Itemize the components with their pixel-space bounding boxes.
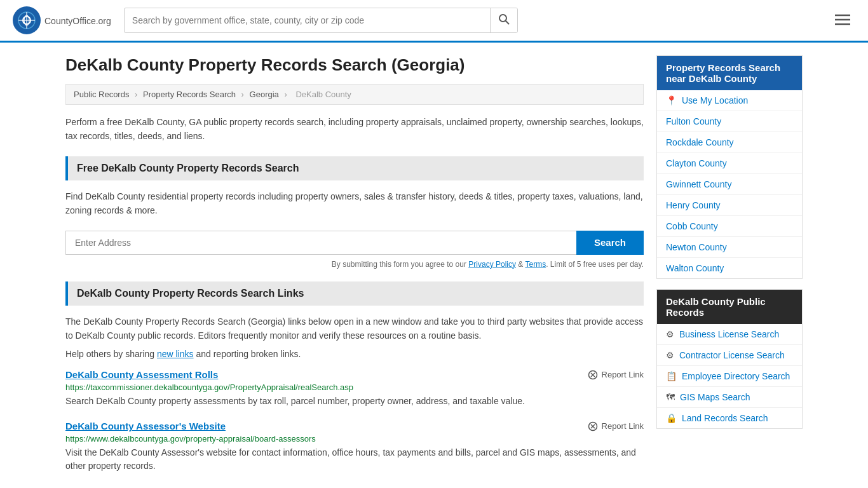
record-url-1[interactable]: https://www.dekalbcountyga.gov/property-… (65, 434, 644, 444)
sidebar-employee-directory[interactable]: 📋 Employee Directory Search (657, 366, 802, 387)
links-section: DeKalb County Property Records Search Li… (65, 281, 644, 473)
links-desc: The DeKalb County Property Records Searc… (65, 315, 644, 343)
sidebar-county-cobb[interactable]: Cobb County (657, 216, 802, 237)
address-search-row: Search (65, 231, 644, 255)
public-records-section: DeKalb County Public Records ⚙ Business … (656, 289, 803, 429)
logo-icon (13, 6, 41, 34)
sidebar-county-rockdale[interactable]: Rockdale County (657, 132, 802, 153)
page-description: Perform a free DeKalb County, GA public … (65, 115, 644, 144)
site-header: CountyOffice.org (0, 0, 868, 43)
header-search-button[interactable] (490, 8, 517, 32)
breadcrumb-public-records[interactable]: Public Records (74, 90, 129, 99)
map-icon: 🗺 (666, 392, 675, 402)
report-link-0[interactable]: Report Link (588, 370, 644, 380)
sidebar-county-henry[interactable]: Henry County (657, 195, 802, 216)
breadcrumb: Public Records › Property Records Search… (65, 84, 644, 105)
sidebar-county-fulton[interactable]: Fulton County (657, 111, 802, 132)
sidebar-county-walton[interactable]: Walton County (657, 258, 802, 278)
record-title-0[interactable]: DeKalb County Assessment Rolls (65, 369, 218, 380)
report-link-1[interactable]: Report Link (588, 421, 644, 431)
public-records-heading: DeKalb County Public Records (657, 290, 802, 324)
header-search-input[interactable] (125, 10, 490, 30)
main-content: DeKalb County Property Records Search (G… (65, 55, 644, 485)
new-links-link[interactable]: new links (157, 349, 194, 359)
logo-text: CountyOffice.org (44, 14, 111, 27)
free-search-heading: Free DeKalb County Property Records Sear… (65, 156, 644, 180)
record-title-1[interactable]: DeKalb County Assessor's Website (65, 421, 226, 431)
free-search-section: Free DeKalb County Property Records Sear… (65, 156, 644, 269)
site-logo[interactable]: CountyOffice.org (13, 6, 111, 34)
help-text: Help others by sharing new links and rep… (65, 349, 644, 359)
sidebar-contractor-license[interactable]: ⚙ Contractor License Search (657, 345, 802, 366)
links-heading: DeKalb County Property Records Search Li… (65, 281, 644, 306)
record-url-0[interactable]: https://taxcommissioner.dekalbcountyga.g… (65, 383, 644, 392)
sidebar-business-license[interactable]: ⚙ Business License Search (657, 324, 802, 345)
location-pin-icon: 📍 (666, 95, 677, 105)
main-container: DeKalb County Property Records Search (G… (53, 43, 815, 488)
page-title: DeKalb County Property Records Search (G… (65, 55, 644, 75)
terms-link[interactable]: Terms (525, 260, 546, 269)
breadcrumb-property-records[interactable]: Property Records Search (143, 90, 236, 99)
nearby-heading: Property Records Search near DeKalb Coun… (657, 56, 802, 90)
sidebar-land-records[interactable]: 🔒 Land Records Search (657, 408, 802, 428)
land-icon: 🔒 (666, 413, 677, 423)
gear-icon: ⚙ (666, 329, 674, 339)
record-desc-0: Search DeKalb County property assessment… (65, 395, 644, 408)
record-desc-1: Visit the DeKalb County Assessor's websi… (65, 446, 644, 473)
record-item: DeKalb County Assessment Rolls Report Li… (65, 369, 644, 408)
gear-icon-2: ⚙ (666, 350, 674, 360)
hamburger-menu-button[interactable] (830, 9, 855, 32)
sidebar-county-newton[interactable]: Newton County (657, 237, 802, 258)
search-button[interactable]: Search (576, 231, 644, 255)
form-note: By submitting this form you agree to our… (65, 260, 644, 269)
sidebar: Property Records Search near DeKalb Coun… (656, 55, 803, 485)
record-item: DeKalb County Assessor's Website Report … (65, 421, 644, 473)
free-search-desc: Find DeKalb County residential property … (65, 189, 644, 218)
sidebar-county-clayton[interactable]: Clayton County (657, 153, 802, 174)
list-icon: 📋 (666, 371, 677, 381)
use-my-location-link[interactable]: Use My Location (682, 95, 748, 105)
breadcrumb-current: DeKalb County (295, 90, 351, 99)
nearby-section: Property Records Search near DeKalb Coun… (656, 55, 803, 279)
header-search-bar (124, 8, 518, 33)
address-input[interactable] (65, 231, 576, 255)
breadcrumb-georgia[interactable]: Georgia (250, 90, 279, 99)
sidebar-gis-maps[interactable]: 🗺 GIS Maps Search (657, 387, 802, 408)
use-my-location-item[interactable]: 📍 Use My Location (657, 90, 802, 111)
privacy-policy-link[interactable]: Privacy Policy (468, 260, 516, 269)
sidebar-county-gwinnett[interactable]: Gwinnett County (657, 174, 802, 195)
svg-line-6 (505, 21, 508, 24)
